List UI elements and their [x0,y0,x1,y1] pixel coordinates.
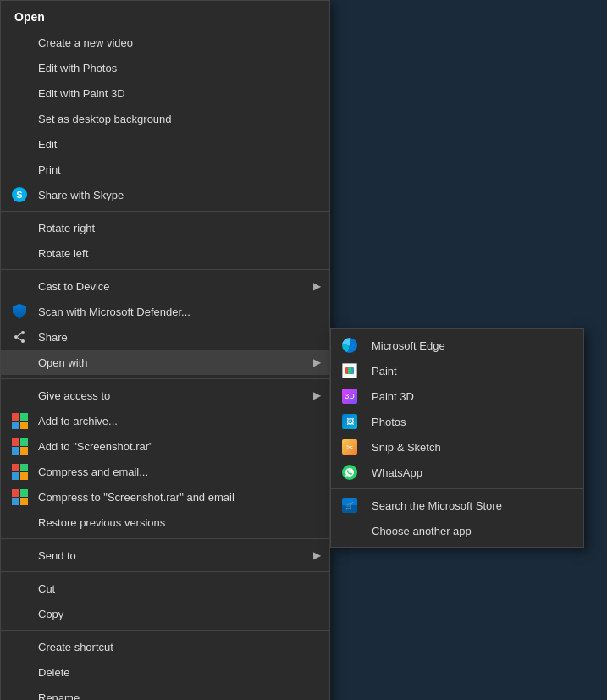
add-archive-label: Add to archive... [38,415,118,427]
submenu-item-photos[interactable]: 🖼 Photos [331,409,583,434]
share-label: Share [38,331,68,344]
cast-device-arrow: ▶ [313,280,321,292]
delete-label: Delete [38,666,70,679]
menu-item-create-video[interactable]: Create a new video [1,30,329,55]
menu-item-give-access[interactable]: Give access to ▶ [1,383,329,408]
svg-point-1 [21,339,25,343]
snip-icon: ✂ [341,438,358,455]
submenu-item-store[interactable]: 🛒 Search the Microsoft Store [331,493,583,518]
separator-1 [1,211,329,212]
menu-item-cast-device[interactable]: Cast to Device ▶ [1,273,329,299]
winrar-icon-1 [11,412,28,429]
menu-item-rotate-right[interactable]: Rotate right [1,215,329,240]
scan-defender-label: Scan with Microsoft Defender... [38,306,190,318]
paint-label: Paint [372,365,397,378]
open-with-label: Open with [38,356,88,369]
cut-label: Cut [38,582,55,595]
submenu-item-choose[interactable]: Choose another app [331,518,583,543]
separator-5 [1,571,329,572]
send-to-arrow: ▶ [313,549,321,561]
menu-item-open-with[interactable]: Open with ▶ [1,350,329,375]
edit-paint3d-label: Edit with Paint 3D [38,87,125,100]
store-label: Search the Microsoft Store [372,499,502,512]
menu-item-set-desktop[interactable]: Set as desktop background [1,106,329,131]
menu-item-add-rar[interactable]: Add to "Screenshot.rar" [1,433,329,459]
give-access-arrow: ▶ [313,389,321,401]
submenu-item-paint[interactable]: Paint [331,358,583,383]
winrar-icon-3 [11,463,28,480]
print-label: Print [38,163,61,176]
skype-icon: S [11,186,28,203]
menu-item-send-to[interactable]: Send to ▶ [1,543,329,568]
paint3d-icon: 3D [341,388,358,405]
edge-label: Microsoft Edge [372,339,445,352]
create-video-label: Create a new video [38,36,133,49]
open-label: Open [14,10,45,24]
menu-item-edit[interactable]: Edit [1,131,329,157]
snip-label: Snip & Sketch [372,441,441,454]
open-with-arrow: ▶ [313,356,321,368]
submenu-item-whatsapp[interactable]: WhatsApp [331,460,583,485]
edit-label: Edit [38,138,57,151]
separator-3 [1,378,329,379]
photos-label: Photos [372,416,406,428]
separator-6 [1,630,329,631]
whatsapp-label: WhatsApp [372,466,422,479]
menu-item-rename[interactable]: Rename [1,685,329,700]
share-skype-label: Share with Skype [38,189,124,201]
compress-email-label: Compress and email... [38,466,148,478]
paint-icon [341,362,358,379]
copy-label: Copy [38,608,63,620]
menu-item-print[interactable]: Print [1,157,329,182]
rotate-right-label: Rotate right [38,222,95,234]
menu-item-restore-versions[interactable]: Restore previous versions [1,510,329,535]
add-rar-label: Add to "Screenshot.rar" [38,440,153,453]
menu-item-rotate-left[interactable]: Rotate left [1,240,329,266]
svg-line-3 [18,333,22,336]
edit-photos-label: Edit with Photos [38,62,117,74]
create-shortcut-label: Create shortcut [38,641,113,653]
svg-point-0 [21,331,25,334]
rename-label: Rename [38,692,80,701]
menu-item-share[interactable]: Share [1,324,329,350]
restore-versions-label: Restore previous versions [38,516,165,529]
menu-item-edit-photos[interactable]: Edit with Photos [1,55,329,80]
winrar-icon-4 [11,488,28,505]
store-icon: 🛒 [341,497,358,514]
paint3d-label: Paint 3D [372,390,414,403]
edge-icon [341,337,358,354]
submenu-separator-1 [331,488,583,489]
give-access-label: Give access to [38,389,110,402]
menu-item-cut[interactable]: Cut [1,576,329,601]
svg-line-4 [18,338,22,340]
cast-device-label: Cast to Device [38,280,110,293]
separator-4 [1,538,329,539]
submenu-open-with: Microsoft Edge Paint 3D Paint 3D 🖼 Photo… [330,328,584,548]
choose-label: Choose another app [372,525,472,537]
photos-icon: 🖼 [341,413,358,430]
share-icon [11,328,28,345]
submenu-item-paint3d[interactable]: 3D Paint 3D [331,383,583,409]
menu-item-share-skype[interactable]: S Share with Skype [1,182,329,207]
svg-point-2 [14,335,18,339]
menu-item-create-shortcut[interactable]: Create shortcut [1,634,329,659]
menu-item-edit-paint3d[interactable]: Edit with Paint 3D [1,80,329,106]
compress-rar-email-label: Compress to "Screenshot.rar" and email [38,491,235,504]
submenu-item-snip[interactable]: ✂ Snip & Sketch [331,434,583,460]
menu-item-open[interactable]: Open [1,4,329,30]
context-menu: Open Create a new video Edit with Photos… [0,0,330,700]
send-to-label: Send to [38,549,76,562]
menu-item-delete[interactable]: Delete [1,659,329,685]
menu-item-compress-email[interactable]: Compress and email... [1,459,329,484]
set-desktop-label: Set as desktop background [38,113,172,125]
rotate-left-label: Rotate left [38,247,88,260]
menu-item-compress-rar-email[interactable]: Compress to "Screenshot.rar" and email [1,484,329,510]
submenu-item-edge[interactable]: Microsoft Edge [331,333,583,358]
menu-item-scan-defender[interactable]: Scan with Microsoft Defender... [1,299,329,324]
menu-item-add-archive[interactable]: Add to archive... [1,408,329,433]
defender-icon [11,303,28,320]
menu-item-copy[interactable]: Copy [1,601,329,626]
whatsapp-icon [341,464,358,481]
separator-2 [1,269,329,270]
winrar-icon-2 [11,438,28,455]
